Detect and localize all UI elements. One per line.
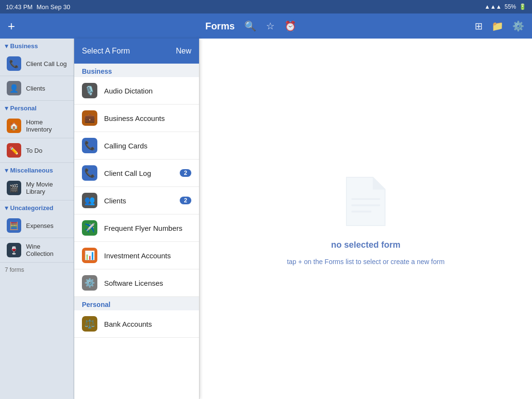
time-display: 10:43 PM <box>6 3 33 11</box>
sidebar-item-my-movie-library-label: My Movie Library <box>26 181 69 195</box>
sidebar-item-to-do[interactable]: ✏️ To Do <box>0 138 74 163</box>
sidebar-item-wine-collection-label: Wine Collection <box>26 243 69 257</box>
dropdown-item-client-call-log[interactable]: 📞 Client Call Log 2 <box>74 160 199 187</box>
sidebar-section-business-label: Business <box>10 42 38 50</box>
wine-collection-icon: 🍷 <box>7 243 21 257</box>
status-bar: 10:43 PM Mon Sep 30 ▲▲▲ 55% 🔋 <box>0 0 532 13</box>
dropdown-item-business-accounts-label: Business Accounts <box>104 114 191 122</box>
battery-icon: 🔋 <box>519 3 526 10</box>
sidebar-footer: 7 forms <box>0 263 74 277</box>
no-form-text: no selected form <box>331 240 400 250</box>
alarm-icon[interactable]: ⏰ <box>284 20 296 32</box>
dropdown-item-client-call-log-label: Client Call Log <box>104 169 173 177</box>
main-layout: ▾ Business 📞 Client Call Log 👤 Clients ▾… <box>0 39 532 399</box>
sidebar-item-home-inventory-label: Home Inventory <box>26 119 69 133</box>
client-call-log-badge: 2 <box>180 169 191 177</box>
sidebar-item-expenses-label: Expenses <box>26 222 53 229</box>
no-form-hint: tap + on the Forms list to select or cre… <box>287 258 444 266</box>
wifi-icon: ▲▲▲ <box>484 3 502 10</box>
sidebar-item-my-movie-library[interactable]: 🎬 My Movie Library <box>0 176 74 200</box>
dropdown-list: Business 🎙️ Audio Dictation 💼 Business A… <box>74 64 199 399</box>
sidebar-section-personal: ▾ Personal <box>0 101 74 114</box>
client-call-log-dropdown-icon: 📞 <box>82 165 97 181</box>
dropdown-header: Select A Form New <box>74 39 199 64</box>
chevron-down-icon: ▾ <box>5 42 8 50</box>
dropdown-item-investment-accounts-label: Investment Accounts <box>104 252 191 260</box>
dropdown-item-bank-accounts[interactable]: ⚖️ Bank Accounts <box>74 310 199 338</box>
software-licenses-icon: ⚙️ <box>82 275 97 291</box>
content-area: no selected form tap + on the Forms list… <box>200 39 532 399</box>
audio-dictation-icon: 🎙️ <box>82 83 97 98</box>
title-bar-left: + <box>8 20 27 32</box>
dropdown-title: Select A Form <box>82 47 130 55</box>
sidebar-item-expenses[interactable]: 🧮 Expenses <box>0 213 74 238</box>
sidebar-item-client-call-log-label: Client Call Log <box>26 60 67 67</box>
title-bar-center: Forms 🔍 ☆ ⏰ <box>205 20 296 32</box>
sidebar-item-home-inventory[interactable]: 🏠 Home Inventory <box>0 114 74 138</box>
to-do-icon: ✏️ <box>7 143 21 158</box>
dropdown-panel: Select A Form New Business 🎙️ Audio Dict… <box>74 39 200 399</box>
dropdown-new-button[interactable]: New <box>176 47 191 55</box>
home-inventory-icon: 🏠 <box>7 119 21 133</box>
dropdown-item-frequent-flyer[interactable]: ✈️ Frequent Flyer Numbers <box>74 214 199 242</box>
sidebar-section-business: ▾ Business <box>0 39 74 52</box>
title-bar-right: ⊞ 📁 ⚙️ <box>475 20 524 32</box>
folder-icon[interactable]: 📁 <box>492 20 504 32</box>
app-title: Forms <box>205 21 235 32</box>
add-button[interactable]: + <box>8 19 15 33</box>
dropdown-item-software-licenses[interactable]: ⚙️ Software Licenses <box>74 269 199 297</box>
dropdown-item-audio-dictation-label: Audio Dictation <box>104 87 191 95</box>
dropdown-item-frequent-flyer-label: Frequent Flyer Numbers <box>104 224 191 232</box>
sidebar-item-clients[interactable]: 👤 Clients <box>0 76 74 101</box>
client-call-log-icon: 📞 <box>7 56 21 71</box>
expenses-icon: 🧮 <box>7 218 21 233</box>
no-form-icon <box>342 173 390 232</box>
calling-cards-icon: 📞 <box>82 138 97 153</box>
sidebar-item-clients-label: Clients <box>26 85 45 92</box>
investment-accounts-icon: 📊 <box>82 248 97 263</box>
sidebar: ▾ Business 📞 Client Call Log 👤 Clients ▾… <box>0 39 74 399</box>
title-bar: + Forms 🔍 ☆ ⏰ ⊞ 📁 ⚙️ <box>0 13 532 39</box>
search-icon[interactable]: 🔍 <box>244 20 256 32</box>
chevron-down-icon-2: ▾ <box>5 105 8 112</box>
dropdown-section-business: Business <box>74 64 199 77</box>
splitview-icon[interactable]: ⊞ <box>475 20 483 32</box>
dropdown-item-calling-cards-label: Calling Cards <box>104 142 191 150</box>
sidebar-section-uncategorized-label: Uncategorized <box>10 204 53 212</box>
sidebar-item-to-do-label: To Do <box>26 147 42 154</box>
sidebar-section-personal-label: Personal <box>10 105 37 112</box>
chevron-down-icon-4: ▾ <box>5 204 8 212</box>
business-accounts-icon: 💼 <box>82 110 97 126</box>
status-bar-right: ▲▲▲ 55% 🔋 <box>484 3 526 10</box>
dropdown-item-software-licenses-label: Software Licenses <box>104 279 191 287</box>
dropdown-item-clients-label: Clients <box>104 197 173 205</box>
date-display: Mon Sep 30 <box>37 3 70 11</box>
frequent-flyer-icon: ✈️ <box>82 220 97 236</box>
star-icon[interactable]: ☆ <box>266 20 275 32</box>
dropdown-section-personal: Personal <box>74 297 199 310</box>
chevron-down-icon-3: ▾ <box>5 167 8 174</box>
sidebar-item-client-call-log[interactable]: 📞 Client Call Log <box>0 52 74 76</box>
battery-display: 55% <box>505 3 516 10</box>
clients-icon: 👤 <box>7 81 21 95</box>
sidebar-section-miscellaneous: ▾ Miscellaneous <box>0 163 74 176</box>
sidebar-item-wine-collection[interactable]: 🍷 Wine Collection <box>0 238 74 263</box>
settings-icon[interactable]: ⚙️ <box>512 20 524 32</box>
dropdown-item-clients[interactable]: 👥 Clients 2 <box>74 187 199 214</box>
clients-badge: 2 <box>180 197 191 204</box>
dropdown-item-investment-accounts[interactable]: 📊 Investment Accounts <box>74 242 199 269</box>
sidebar-section-uncategorized: ▾ Uncategorized <box>0 200 74 213</box>
dropdown-item-bank-accounts-label: Bank Accounts <box>104 320 191 328</box>
dropdown-item-business-accounts[interactable]: 💼 Business Accounts <box>74 105 199 132</box>
bank-accounts-icon: ⚖️ <box>82 316 97 332</box>
dropdown-item-audio-dictation[interactable]: 🎙️ Audio Dictation <box>74 77 199 105</box>
clients-dropdown-icon: 👥 <box>82 193 97 208</box>
forms-count: 7 forms <box>5 266 24 273</box>
dropdown-item-calling-cards[interactable]: 📞 Calling Cards <box>74 132 199 160</box>
status-bar-left: 10:43 PM Mon Sep 30 <box>6 3 70 11</box>
my-movie-library-icon: 🎬 <box>7 181 21 195</box>
sidebar-section-miscellaneous-label: Miscellaneous <box>10 167 53 174</box>
